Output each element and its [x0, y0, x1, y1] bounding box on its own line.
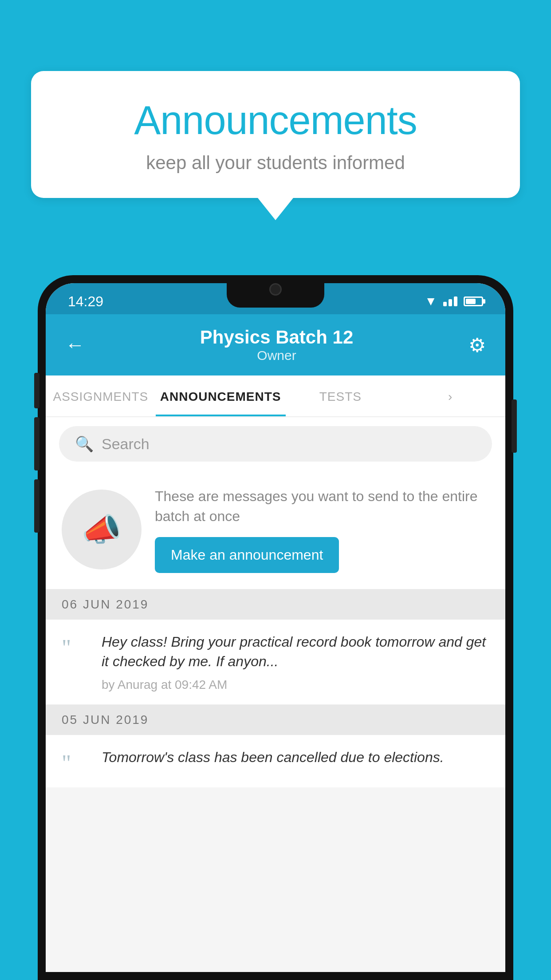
announcement-content: These are messages you want to send to t… — [155, 486, 489, 573]
message-text-1: Hey class! Bring your practical record b… — [102, 632, 489, 672]
speech-bubble-section: Announcements keep all your students inf… — [31, 71, 520, 220]
search-icon: 🔍 — [75, 435, 94, 453]
signal-bar-3 — [454, 296, 457, 306]
date-separator-2: 05 JUN 2019 — [46, 705, 505, 735]
message-content-2: Tomorrow's class has been cancelled due … — [102, 747, 489, 774]
tab-tests[interactable]: TESTS — [286, 375, 396, 416]
status-time: 14:29 — [68, 293, 103, 310]
wifi-icon: ▼ — [425, 294, 437, 308]
signal-bar-1 — [443, 302, 447, 306]
speech-bubble: Announcements keep all your students inf… — [31, 71, 520, 198]
header-center: Physics Batch 12 Owner — [200, 327, 354, 363]
date-label-2: 05 JUN 2019 — [62, 713, 149, 727]
search-container: 🔍 Search — [46, 417, 505, 470]
phone-mockup: 14:29 ▼ ← Physics Batch 12 — [38, 275, 513, 980]
status-icons: ▼ — [425, 294, 483, 308]
message-item-2[interactable]: " Tomorrow's class has been cancelled du… — [46, 735, 505, 787]
quote-icon-2: " — [62, 752, 88, 775]
back-button[interactable]: ← — [65, 334, 85, 356]
phone-frame: 14:29 ▼ ← Physics Batch 12 — [38, 275, 513, 980]
announcement-icon-circle: 📣 — [62, 490, 142, 569]
bubble-title: Announcements — [67, 98, 484, 143]
make-announcement-button[interactable]: Make an announcement — [155, 537, 339, 573]
phone-camera — [269, 283, 282, 296]
tab-assignments[interactable]: ASSIGNMENTS — [46, 375, 156, 416]
date-label-1: 06 JUN 2019 — [62, 597, 149, 611]
app-header: ← Physics Batch 12 Owner ⚙ — [46, 314, 505, 375]
search-input[interactable]: Search — [102, 435, 150, 453]
message-content-1: Hey class! Bring your practical record b… — [102, 632, 489, 692]
signal-bar-2 — [449, 299, 452, 306]
bubble-tail — [258, 198, 293, 220]
phone-btn-volume-up — [34, 373, 39, 408]
search-box[interactable]: 🔍 Search — [59, 426, 492, 462]
bubble-subtitle: keep all your students informed — [67, 152, 484, 174]
announcement-desc: These are messages you want to send to t… — [155, 486, 489, 526]
gear-icon[interactable]: ⚙ — [468, 334, 486, 356]
battery-fill — [466, 299, 476, 304]
phone-btn-volume-down — [34, 417, 39, 470]
tab-announcements[interactable]: ANNOUNCEMENTS — [156, 375, 286, 416]
message-item-1[interactable]: " Hey class! Bring your practical record… — [46, 620, 505, 705]
megaphone-icon: 📣 — [82, 511, 122, 549]
header-title: Physics Batch 12 — [200, 327, 354, 348]
quote-icon-1: " — [62, 636, 88, 660]
phone-screen: 14:29 ▼ ← Physics Batch 12 — [46, 283, 505, 972]
announcement-prompt-card: 📣 These are messages you want to send to… — [46, 470, 505, 589]
phone-btn-extra — [34, 479, 39, 533]
tab-more[interactable]: › — [395, 375, 505, 416]
message-meta-1: by Anurag at 09:42 AM — [102, 678, 489, 692]
phone-btn-power — [512, 399, 517, 453]
message-text-2: Tomorrow's class has been cancelled due … — [102, 747, 489, 767]
battery-icon — [464, 296, 483, 306]
signal-bars — [443, 296, 457, 306]
tabs-bar: ASSIGNMENTS ANNOUNCEMENTS TESTS › — [46, 375, 505, 417]
header-subtitle: Owner — [200, 348, 354, 363]
date-separator-1: 06 JUN 2019 — [46, 589, 505, 620]
